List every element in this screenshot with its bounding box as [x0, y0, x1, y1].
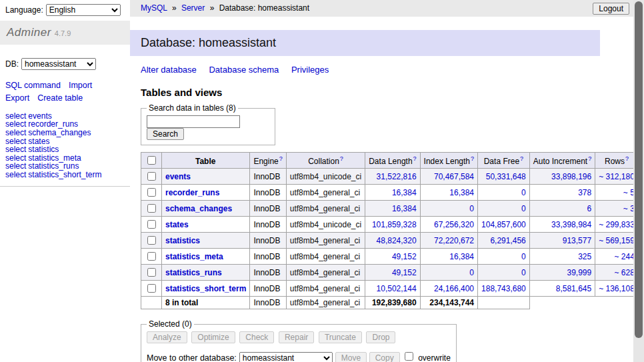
index-length-link[interactable]: 24,166,400: [434, 284, 474, 293]
privileges-link[interactable]: Privileges: [291, 65, 329, 75]
drop-button[interactable]: Drop: [366, 331, 395, 343]
index-length-link[interactable]: 0: [469, 268, 474, 277]
data-length-link[interactable]: 16,384: [392, 188, 417, 197]
rows-link[interactable]: ~ 569,159: [599, 236, 635, 245]
row-checkbox[interactable]: [147, 220, 156, 229]
row-checkbox[interactable]: [147, 252, 156, 261]
rows-link[interactable]: ~ 628: [615, 268, 635, 277]
index-length-link[interactable]: 70,467,584: [434, 172, 474, 181]
search-button[interactable]: Search: [147, 128, 184, 140]
column-help-icon[interactable]: ?: [340, 155, 343, 162]
column-help-icon[interactable]: ?: [413, 155, 417, 162]
data-free-link[interactable]: 0: [521, 252, 526, 261]
auto-increment-link[interactable]: 378: [578, 188, 591, 197]
column-help-icon[interactable]: ?: [471, 155, 474, 162]
export-link[interactable]: Export: [5, 93, 29, 103]
search-input[interactable]: [147, 115, 240, 128]
table-name-cell: statistics_meta: [162, 249, 250, 265]
table-name-link[interactable]: schema_changes: [165, 204, 232, 213]
data-free-link[interactable]: 50,331,648: [486, 172, 526, 181]
page-scrollbar[interactable]: [633, 0, 644, 362]
create-table-link-sidebar[interactable]: Create table: [37, 93, 83, 103]
column-help-icon[interactable]: ?: [588, 155, 591, 162]
row-checkbox[interactable]: [147, 172, 156, 181]
row-checkbox[interactable]: [147, 188, 156, 197]
index-length-link[interactable]: 16,384: [449, 188, 474, 197]
data-length-link[interactable]: 49,152: [392, 252, 417, 261]
rows-link[interactable]: ~ 312,180: [599, 172, 635, 181]
column-header: Data Free?: [478, 153, 530, 169]
db-select[interactable]: homeassistant: [21, 58, 96, 70]
auto-increment-link[interactable]: 8,581,645: [556, 284, 591, 293]
sql-command-link[interactable]: SQL command: [5, 81, 61, 90]
table-name-link[interactable]: states: [165, 220, 189, 229]
move-db-select[interactable]: homeassistant: [239, 352, 333, 362]
repair-button[interactable]: Repair: [279, 331, 314, 343]
auto-increment-link[interactable]: 913,577: [563, 236, 591, 245]
data-length-link[interactable]: 16,384: [392, 204, 417, 213]
breadcrumb-mysql-link[interactable]: MySQL: [141, 3, 167, 13]
table-name-link[interactable]: statistics_short_term: [165, 284, 246, 293]
import-link[interactable]: Import: [69, 81, 92, 90]
rows-link[interactable]: ~ 136,108: [599, 284, 635, 293]
column-help-icon[interactable]: ?: [279, 155, 283, 162]
overwrite-label[interactable]: overwrite: [418, 353, 451, 362]
index-length-link[interactable]: 72,220,672: [434, 236, 474, 245]
auto-increment-link[interactable]: 39,999: [567, 268, 591, 277]
overwrite-checkbox[interactable]: [405, 352, 413, 361]
data-free-cell: 0: [478, 201, 530, 217]
logout-button[interactable]: Logout: [593, 3, 629, 15]
auto-increment-link[interactable]: 325: [578, 252, 591, 261]
scrollbar-thumb[interactable]: [635, 1, 643, 338]
index-length-link[interactable]: 67,256,320: [434, 220, 474, 229]
auto-increment-link[interactable]: 33,398,984: [551, 220, 591, 229]
rows-link[interactable]: ~ 244: [615, 252, 635, 261]
truncate-button[interactable]: Truncate: [319, 331, 362, 343]
data-length-link[interactable]: 48,824,320: [377, 236, 417, 245]
auto-increment-link[interactable]: 33,898,196: [551, 172, 591, 181]
data-length-link[interactable]: 31,522,816: [377, 172, 417, 181]
row-checkbox[interactable]: [147, 284, 156, 293]
auto-increment-cell: 33,398,984: [529, 217, 595, 233]
data-free-link[interactable]: 0: [521, 188, 526, 197]
table-name-link[interactable]: statistics_runs: [165, 268, 222, 277]
data-free-link[interactable]: 0: [521, 268, 526, 277]
table-name-link[interactable]: events: [165, 172, 191, 181]
data-free-link[interactable]: 188,743,680: [481, 284, 526, 293]
check-button[interactable]: Check: [239, 331, 274, 343]
sidebar-table-link[interactable]: schema_changes: [28, 128, 91, 137]
analyze-button[interactable]: Analyze: [147, 331, 187, 343]
index-length-link[interactable]: 0: [469, 204, 474, 213]
data-free-link[interactable]: 6,291,456: [490, 236, 525, 245]
select-all-checkbox[interactable]: [147, 156, 156, 165]
row-checkbox[interactable]: [147, 204, 156, 213]
header-checkbox-cell: [141, 153, 162, 169]
data-free-link[interactable]: 104,857,600: [481, 220, 526, 229]
language-select[interactable]: English: [46, 4, 121, 16]
table-name-link[interactable]: recorder_runs: [165, 188, 219, 197]
optimize-button[interactable]: Optimize: [191, 331, 235, 343]
copy-button[interactable]: Copy: [369, 352, 400, 362]
database-schema-link[interactable]: Database schema: [209, 65, 279, 75]
rows-link[interactable]: ~ 299,833: [599, 220, 635, 229]
column-help-icon[interactable]: ?: [625, 155, 629, 162]
auto-increment-link[interactable]: 6: [587, 204, 591, 213]
index-length-link[interactable]: 16,384: [449, 252, 474, 261]
row-checkbox[interactable]: [147, 236, 156, 245]
select-link[interactable]: select: [5, 170, 26, 179]
table-name-link[interactable]: statistics_meta: [165, 252, 223, 261]
data-length-link[interactable]: 49,152: [392, 268, 417, 277]
breadcrumb-server-link[interactable]: Server: [181, 3, 205, 13]
table-row: statistics_short_term InnoDB utf8mb4_gen…: [141, 281, 644, 297]
row-checkbox-cell: [141, 265, 162, 281]
data-length-link[interactable]: 101,859,328: [372, 220, 417, 229]
collation-cell: utf8mb4_general_ci: [286, 185, 365, 201]
sidebar-table-link[interactable]: statistics_short_term: [28, 170, 101, 179]
table-name-link[interactable]: statistics: [165, 236, 200, 245]
move-button[interactable]: Move: [335, 352, 367, 362]
data-free-link[interactable]: 0: [521, 204, 526, 213]
column-help-icon[interactable]: ?: [520, 155, 523, 162]
row-checkbox[interactable]: [147, 268, 156, 277]
alter-database-link[interactable]: Alter database: [141, 65, 197, 75]
data-length-link[interactable]: 10,502,144: [377, 284, 417, 293]
